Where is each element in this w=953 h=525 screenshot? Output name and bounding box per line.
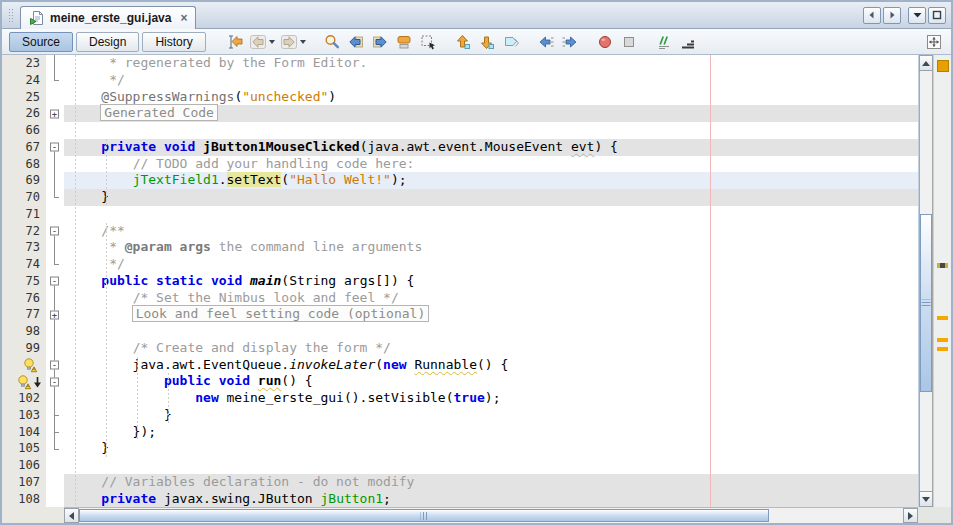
code-text[interactable]: private void jButton1MouseClicked(java.a… <box>64 139 918 156</box>
code-text[interactable]: }); <box>64 424 918 441</box>
code-text[interactable]: // TODO add your handling code here: <box>64 156 918 173</box>
fold-indicator[interactable]: - <box>46 373 64 390</box>
shift-right-button[interactable] <box>559 32 581 52</box>
code-text[interactable] <box>64 457 918 474</box>
caret-down-annotation-icon <box>33 374 42 390</box>
code-line: 24 */ <box>2 72 918 89</box>
rectangular-selection-button[interactable] <box>417 32 439 52</box>
fold-indicator[interactable]: + <box>46 306 64 323</box>
line-number: 70 <box>2 189 46 206</box>
error-stripe-warning-mark[interactable] <box>937 347 948 351</box>
scroll-tabs-right-button[interactable] <box>883 7 901 24</box>
error-stripe-warning-mark[interactable] <box>937 338 948 342</box>
code-text[interactable]: */ <box>64 256 918 273</box>
code-line: 68 // TODO add your handling code here: <box>2 156 918 173</box>
collapsed-fold-placeholder[interactable]: Generated Code <box>101 105 217 120</box>
toggle-bookmark-button[interactable] <box>500 32 522 52</box>
next-bookmark-icon <box>478 33 496 51</box>
code-text[interactable]: Generated Code <box>64 105 918 122</box>
fold-indicator <box>46 206 64 223</box>
tab-drag-grip[interactable] <box>8 8 14 24</box>
previous-bookmark-button[interactable] <box>452 32 474 52</box>
view-source-button[interactable]: Source <box>9 32 73 52</box>
code-line: 103 } <box>2 407 918 424</box>
bottom-scroll-row <box>2 507 951 523</box>
code-text[interactable]: * @param args the command line arguments <box>64 239 918 256</box>
stop-macro-button[interactable] <box>618 32 640 52</box>
fold-indicator[interactable]: - <box>46 139 64 156</box>
back-button[interactable] <box>248 32 277 52</box>
code-text[interactable] <box>64 122 918 139</box>
warning-status-badge[interactable] <box>937 60 949 72</box>
code-text[interactable]: new meine_erste_gui().setVisible(true); <box>64 390 918 407</box>
shift-left-button[interactable] <box>535 32 557 52</box>
scroll-tabs-left-button[interactable] <box>863 7 881 24</box>
code-line: 71 <box>2 206 918 223</box>
uncomment-button[interactable] <box>677 32 699 52</box>
jump-last-edit-button[interactable] <box>224 32 246 52</box>
code-text[interactable]: } <box>64 440 918 457</box>
splitter-button[interactable] <box>923 32 945 52</box>
view-history-button[interactable]: History <box>142 32 205 52</box>
line-number: 104 <box>2 424 46 441</box>
code-text[interactable]: // Variables declaration - do not modify <box>64 474 918 491</box>
code-text[interactable]: * regenerated by the Form Editor. <box>64 55 918 72</box>
code-text[interactable]: /* Set the Nimbus look and feel */ <box>64 290 918 307</box>
view-design-button[interactable]: Design <box>76 32 139 52</box>
file-tab[interactable]: meine_erste_gui.java × <box>20 6 196 29</box>
forward-button[interactable] <box>279 32 308 52</box>
horizontal-scrollbar[interactable] <box>64 507 918 523</box>
fold-indicator[interactable]: + <box>46 105 64 122</box>
scroll-down-button[interactable] <box>919 491 933 507</box>
line-number: 103 <box>2 407 46 424</box>
fold-indicator[interactable]: - <box>46 357 64 374</box>
vertical-scrollbar-thumb[interactable] <box>920 214 932 392</box>
fold-indicator <box>46 172 64 189</box>
tab-left-arrow-icon <box>867 10 877 20</box>
code-text[interactable]: /* Create and display the form */ <box>64 340 918 357</box>
line-number: 66 <box>2 122 46 139</box>
up-arrow-icon <box>922 61 930 66</box>
record-macro-button[interactable] <box>594 32 616 52</box>
code-text[interactable]: public void run() { <box>64 373 918 390</box>
fold-indicator <box>46 424 64 441</box>
tab-bar-buttons <box>863 7 951 24</box>
find-previous-button[interactable] <box>345 32 367 52</box>
code-text[interactable]: } <box>64 189 918 206</box>
toggle-highlight-button[interactable] <box>393 32 415 52</box>
next-bookmark-button[interactable] <box>476 32 498 52</box>
scroll-left-button[interactable] <box>64 508 79 523</box>
maximize-window-button[interactable] <box>928 7 946 24</box>
error-stripe-bookmark-mark[interactable] <box>937 263 948 268</box>
collapsed-fold-placeholder[interactable]: Look and feel setting code (optional) <box>133 306 429 321</box>
tab-list-dropdown-button[interactable] <box>908 7 926 24</box>
vertical-scrollbar[interactable] <box>918 55 933 507</box>
horizontal-scrollbar-thumb[interactable] <box>79 509 769 522</box>
code-line: 108 private javax.swing.JButton jButton1… <box>2 491 918 508</box>
comment-button[interactable] <box>653 32 675 52</box>
fold-indicator[interactable]: - <box>46 273 64 290</box>
code-text[interactable]: /** <box>64 223 918 240</box>
record-macro-icon <box>596 33 614 51</box>
code-text[interactable]: @SuppressWarnings("unchecked") <box>64 89 918 106</box>
find-selection-button[interactable] <box>321 32 343 52</box>
scroll-up-button[interactable] <box>919 55 933 71</box>
code-text[interactable] <box>64 323 918 340</box>
code-view[interactable]: 23 * regenerated by the Form Editor.24 *… <box>2 55 918 507</box>
rectangular-selection-icon <box>419 33 437 51</box>
code-text[interactable]: } <box>64 407 918 424</box>
line-number: 68 <box>2 156 46 173</box>
code-text[interactable]: jTextField1.setText("Hallo Welt!"); <box>64 172 918 189</box>
tab-close-icon[interactable]: × <box>180 11 187 25</box>
stop-macro-icon <box>620 33 638 51</box>
code-text[interactable] <box>64 206 918 223</box>
code-text[interactable]: Look and feel setting code (optional) <box>64 306 918 323</box>
fold-indicator[interactable]: - <box>46 223 64 240</box>
code-text[interactable]: */ <box>64 72 918 89</box>
code-text[interactable]: java.awt.EventQueue.invokeLater(new Runn… <box>64 357 918 374</box>
scroll-right-button[interactable] <box>903 508 918 523</box>
code-text[interactable]: private javax.swing.JButton jButton1; <box>64 491 918 508</box>
code-text[interactable]: public static void main(String args[]) { <box>64 273 918 290</box>
find-next-button[interactable] <box>369 32 391 52</box>
error-stripe-warning-mark[interactable] <box>937 316 948 320</box>
